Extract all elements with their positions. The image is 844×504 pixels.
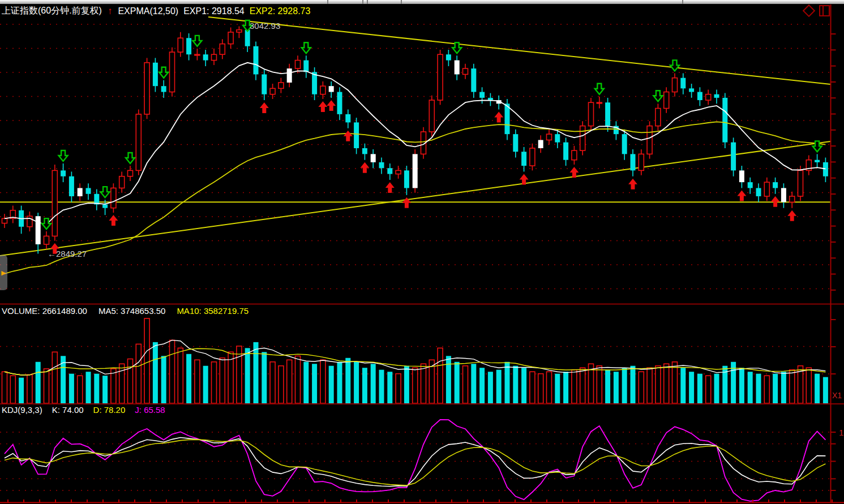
indicator-name[interactable]: EXPMA(12,50): [118, 6, 178, 16]
volume-axis-multiplier-label: X1: [832, 390, 842, 400]
window-top-strip: [0, 0, 844, 4]
left-panel-expand-handle[interactable]: ▶: [0, 255, 7, 290]
marked-low-price-label: ←2849.27: [48, 249, 87, 259]
stock-chart-window: 上证指数(60分钟.前复权) ↑ EXPMA(12,50) EXP1: 2918…: [0, 0, 844, 504]
main-chart-header: 上证指数(60分钟.前复权) ↑ EXPMA(12,50) EXP1: 2918…: [2, 5, 310, 17]
marked-high-price-label: 3042.93: [250, 21, 280, 31]
kdj-pane-header: KDJ(9,3,3) K: 74.00 D: 78.20 J: 65.58: [2, 405, 165, 415]
volume-ma5-value: MA5: 3748653.50: [98, 306, 165, 316]
strip-divider: [362, 0, 363, 4]
kdj-k-value: K: 74.00: [52, 405, 84, 415]
strip-divider: [367, 0, 368, 4]
strip-divider: [401, 0, 402, 4]
strip-divider: [327, 0, 328, 4]
expand-triangle-icon: ▶: [1, 269, 6, 277]
kdj-j-value: J: 65.58: [135, 405, 165, 415]
volume-ma10-value: MA10: 3582719.75: [177, 306, 249, 316]
kdj-name[interactable]: KDJ(9,3,3): [2, 405, 42, 415]
exp2-value: EXP2: 2928.73: [250, 6, 311, 16]
strip-divider: [682, 0, 683, 4]
volume-pane-header: VOLUME: 2661489.00 MA5: 3748653.50 MA10:…: [2, 306, 249, 316]
kdj-axis-top-label: 1: [839, 428, 843, 438]
volume-value: VOLUME: 2661489.00: [2, 306, 87, 316]
up-arrow-icon: ↑: [108, 6, 113, 17]
kdj-d-value: D: 78.20: [93, 405, 126, 415]
left-arrow-icon: ←: [48, 249, 56, 259]
chart-canvas[interactable]: [0, 0, 844, 504]
exp1-value: EXP1: 2918.54: [183, 6, 245, 16]
split-window-icon[interactable]: [819, 5, 830, 16]
page-title: 上证指数(60分钟.前复权): [2, 5, 102, 17]
